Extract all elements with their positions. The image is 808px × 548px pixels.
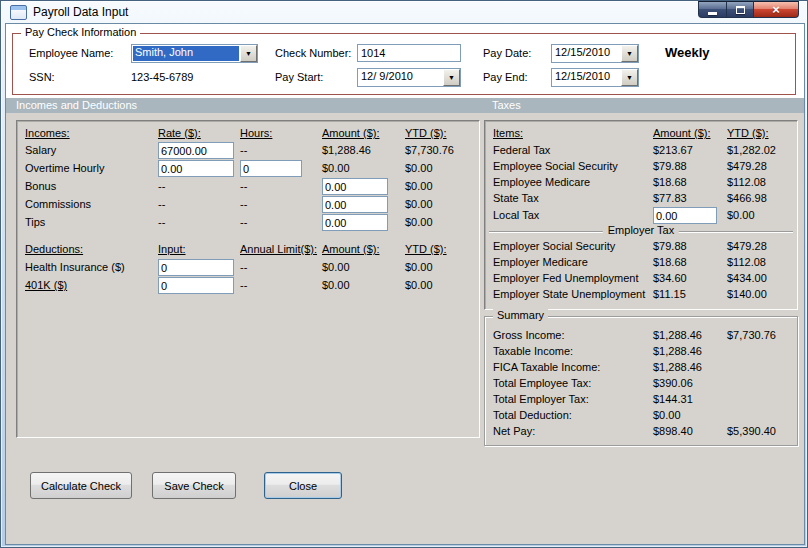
income-name: Commissions — [25, 198, 91, 210]
pay-frequency-label: Weekly — [665, 45, 710, 60]
income-hours: -- — [240, 144, 247, 156]
minimize-button[interactable] — [698, 1, 727, 18]
pay-end-dropdown-button[interactable]: ▼ — [621, 69, 638, 86]
tax-row: Employer State Unemployment $11.15 $140.… — [485, 288, 797, 304]
close-button[interactable]: Close — [264, 472, 342, 499]
income-name: Overtime Hourly — [25, 162, 104, 174]
tax-name: Employee Medicare — [493, 176, 590, 188]
pay-date-label: Pay Date: — [483, 47, 531, 59]
close-window-button[interactable]: × — [754, 1, 799, 18]
pay-end-picker[interactable]: 12/15/2010 ▼ — [551, 68, 639, 87]
close-icon: × — [772, 2, 780, 17]
col-header: Amount ($): — [322, 127, 379, 139]
income-name: Bonus — [25, 180, 56, 192]
col-header: YTD ($): — [727, 127, 769, 139]
chevron-down-icon: ▼ — [626, 74, 633, 81]
ssn-value: 123-45-6789 — [131, 71, 193, 83]
health-insurance-input[interactable] — [158, 259, 234, 276]
col-header: YTD ($): — [405, 243, 447, 255]
local-tax-input[interactable] — [653, 207, 717, 224]
summary-name: Gross Income: — [493, 329, 565, 341]
col-header: Amount ($): — [653, 127, 710, 139]
deduction-row-401k: 401K ($) -- $0.00 $0.00 — [17, 279, 479, 295]
tax-row: Employer Social Security $79.88 $479.28 — [485, 240, 797, 256]
paycheck-info-legend: Pay Check Information — [21, 26, 140, 38]
save-check-button[interactable]: Save Check — [152, 472, 236, 499]
pay-start-label: Pay Start: — [275, 71, 323, 83]
maximize-button[interactable] — [727, 1, 754, 18]
pay-date-dropdown-button[interactable]: ▼ — [621, 45, 638, 62]
check-number-input[interactable] — [357, 44, 461, 62]
summary-ytd: $7,730.76 — [727, 329, 776, 341]
tax-row: State Tax $77.83 $466.98 — [485, 192, 797, 208]
income-ytd: $0.00 — [405, 180, 433, 192]
employee-name-dropdown-button[interactable]: ▼ — [240, 45, 257, 62]
tax-name: Local Tax — [493, 209, 539, 221]
summary-name: Total Deduction: — [493, 409, 572, 421]
tax-name: Federal Tax — [493, 144, 550, 156]
app-icon — [10, 5, 27, 20]
income-rate: -- — [158, 198, 165, 210]
income-ytd: $0.00 — [405, 216, 433, 228]
summary-amount: $1,288.46 — [653, 329, 702, 341]
col-header: Hours: — [240, 127, 272, 139]
pay-end-value: 12/15/2010 — [552, 69, 621, 86]
income-amount: $0.00 — [322, 162, 350, 174]
check-number-label: Check Number: — [275, 47, 351, 59]
tax-amount: $18.68 — [653, 256, 687, 268]
form-content: Pay Check Information Employee Name: Smi… — [5, 23, 805, 545]
income-amount: $1,288.46 — [322, 144, 371, 156]
summary-ytd: $5,390.40 — [727, 425, 776, 437]
salary-rate-input[interactable] — [158, 142, 234, 159]
tax-row: Employee Medicare $18.68 $112.08 — [485, 176, 797, 192]
bonus-amount-input[interactable] — [322, 178, 388, 195]
overtime-rate-input[interactable] — [158, 160, 234, 177]
tax-amount: $79.88 — [653, 160, 687, 172]
summary-amount: $144.31 — [653, 393, 693, 405]
income-rate: -- — [158, 180, 165, 192]
section-header-strip: Incomes and Deductions Taxes — [6, 98, 804, 113]
summary-name: Taxable Income: — [493, 345, 573, 357]
employee-name-combo[interactable]: Smith, John ▼ — [131, 44, 258, 63]
summary-legend: Summary — [493, 309, 548, 321]
tips-amount-input[interactable] — [322, 214, 388, 231]
tax-row: Federal Tax $213.67 $1,282.02 — [485, 144, 797, 160]
summary-row: Taxable Income: $1,288.46 — [485, 345, 797, 361]
pay-start-picker[interactable]: 12/ 9/2010 ▼ — [357, 68, 461, 87]
tax-amount: $34.60 — [653, 272, 687, 284]
chevron-down-icon: ▼ — [448, 74, 455, 81]
deduction-name: Health Insurance ($) — [25, 261, 125, 273]
deductions-header-row: Deductions: Input: Annual Limit($): Amou… — [17, 243, 479, 259]
deduction-401k-link[interactable]: 401K ($) — [25, 279, 67, 291]
employee-name-value: Smith, John — [133, 46, 239, 61]
title-bar[interactable]: Payroll Data Input — [1, 1, 807, 23]
tax-row: Employer Medicare $18.68 $112.08 — [485, 256, 797, 272]
tax-name: Employee Social Security — [493, 160, 618, 172]
calculate-check-button[interactable]: Calculate Check — [30, 472, 132, 499]
income-rate: -- — [158, 216, 165, 228]
deduction-ytd: $0.00 — [405, 279, 433, 291]
employee-name-label: Employee Name: — [29, 47, 113, 59]
tax-name: Employer Medicare — [493, 256, 588, 268]
pay-start-dropdown-button[interactable]: ▼ — [443, 69, 460, 86]
overtime-hours-input[interactable] — [240, 160, 302, 177]
tax-ytd: $1,282.02 — [727, 144, 776, 156]
tax-ytd: $466.98 — [727, 192, 767, 204]
window-title: Payroll Data Input — [33, 5, 128, 19]
col-header: Amount ($): — [322, 243, 379, 255]
tax-ytd: $434.00 — [727, 272, 767, 284]
col-header: YTD ($): — [405, 127, 447, 139]
deduction-amount: $0.00 — [322, 279, 350, 291]
tax-row: Employer Fed Unemployment $34.60 $434.00 — [485, 272, 797, 288]
summary-row: Total Deduction: $0.00 — [485, 409, 797, 425]
income-row-salary: Salary -- $1,288.46 $7,730.76 — [17, 144, 479, 160]
chevron-down-icon: ▼ — [245, 50, 252, 57]
tax-ytd: $479.28 — [727, 160, 767, 172]
tax-ytd: $140.00 — [727, 288, 767, 300]
commissions-amount-input[interactable] — [322, 196, 388, 213]
summary-row: Total Employee Tax: $390.06 — [485, 377, 797, 393]
401k-input[interactable] — [158, 277, 234, 294]
chevron-down-icon: ▼ — [626, 50, 633, 57]
pay-date-picker[interactable]: 12/15/2010 ▼ — [551, 44, 639, 63]
summary-amount: $898.40 — [653, 425, 693, 437]
